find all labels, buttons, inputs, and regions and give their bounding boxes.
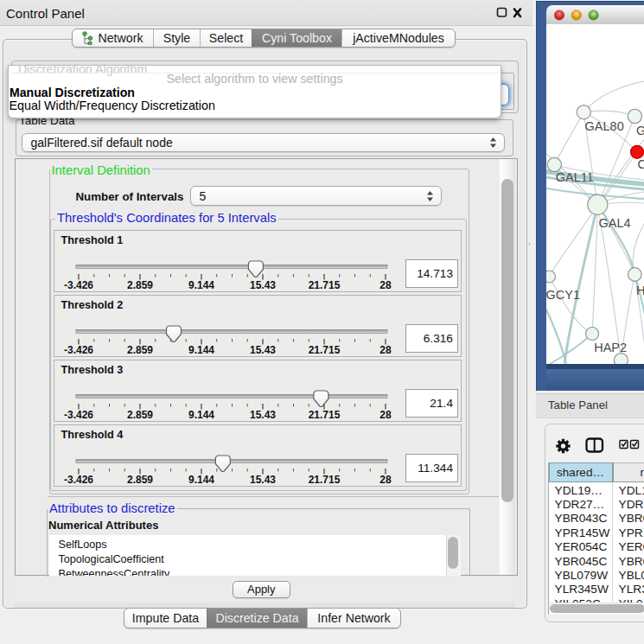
svg-text:9.144: 9.144	[188, 409, 214, 421]
svg-text:GAL7: GAL7	[636, 124, 644, 137]
svg-text:2.859: 2.859	[127, 474, 153, 486]
svg-text:15.43: 15.43	[250, 474, 276, 486]
svg-text:-3.426: -3.426	[64, 279, 93, 291]
svg-text:GAL11: GAL11	[555, 170, 593, 184]
svg-text:9.144: 9.144	[188, 279, 214, 291]
svg-text:GAL80: GAL80	[584, 119, 623, 133]
svg-text:2.859: 2.859	[127, 409, 153, 421]
svg-text:-3.426: -3.426	[64, 474, 93, 486]
svg-text:2.859: 2.859	[127, 279, 153, 291]
svg-text:28: 28	[379, 474, 392, 486]
svg-text:21.715: 21.715	[309, 409, 341, 421]
svg-text:15.43: 15.43	[250, 409, 276, 421]
svg-text:21.715: 21.715	[309, 474, 341, 486]
svg-text:15.43: 15.43	[250, 279, 276, 291]
svg-text:-3.426: -3.426	[64, 409, 93, 421]
svg-text:GAL4: GAL4	[598, 216, 630, 230]
svg-text:21.715: 21.715	[309, 279, 341, 291]
svg-text:9.144: 9.144	[188, 474, 214, 486]
svg-text:CYC: CYC	[637, 157, 644, 171]
svg-text:9.144: 9.144	[188, 344, 214, 356]
svg-text:2.859: 2.859	[127, 344, 153, 356]
svg-text:28: 28	[379, 344, 392, 356]
svg-text:HIS: HIS	[636, 284, 644, 297]
svg-text:15.43: 15.43	[250, 344, 276, 356]
svg-text:HAP2: HAP2	[594, 341, 627, 354]
svg-text:21.715: 21.715	[309, 344, 341, 356]
svg-text:GCY1: GCY1	[546, 288, 580, 302]
svg-text:28: 28	[379, 409, 392, 421]
svg-text:28: 28	[379, 279, 392, 291]
svg-text:-3.426: -3.426	[64, 344, 93, 356]
